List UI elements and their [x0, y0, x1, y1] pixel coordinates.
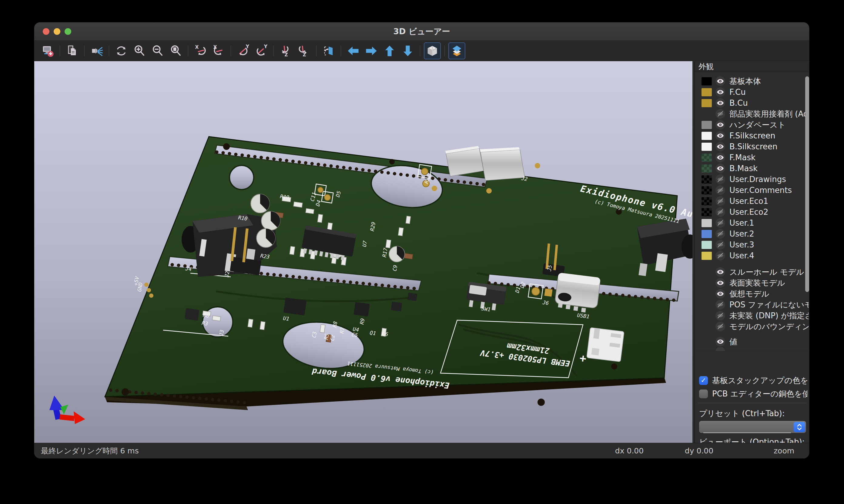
scrollbar-thumb[interactable]	[805, 76, 809, 292]
zoom-to-fit-button[interactable]	[167, 42, 184, 59]
visibility-eye-icon[interactable]	[716, 337, 725, 346]
layer-color-swatch[interactable]	[702, 175, 712, 183]
visibility-eye-icon[interactable]	[716, 218, 725, 228]
layer-color-swatch[interactable]	[702, 197, 712, 205]
layer-row[interactable]: POS ファイルにないモデ	[696, 299, 809, 310]
checkbox-row[interactable]: 基板スタックアップの色を使用	[699, 374, 807, 387]
visibility-eye-icon[interactable]	[716, 185, 725, 195]
appearance-manager-toggle[interactable]	[448, 42, 465, 59]
layer-row[interactable]: 基板本体	[696, 76, 809, 87]
layer-row[interactable]: B.Mask	[696, 163, 809, 174]
layer-color-swatch[interactable]	[702, 88, 712, 96]
visibility-eye-icon[interactable]	[716, 289, 725, 299]
layer-row[interactable]: ハンダペースト	[696, 119, 809, 130]
rotate-x-ccw-button[interactable]: X	[210, 42, 227, 59]
layer-row[interactable]: User.Comments	[696, 185, 809, 196]
layer-row[interactable]: 未実装 (DNP) が指定さ	[696, 310, 809, 321]
layer-label: POS ファイルにないモデ	[729, 300, 809, 310]
layer-row[interactable]: User.Eco1	[696, 196, 809, 206]
svg-text:J6: J6	[542, 299, 549, 306]
3d-viewport[interactable]: Exidiophone v6.0 Audio Board (c) Tomoya …	[34, 61, 692, 444]
layer-color-swatch[interactable]	[702, 241, 712, 249]
layer-color-swatch[interactable]	[702, 99, 712, 107]
visibility-eye-icon[interactable]	[716, 152, 725, 162]
zoom-in-button[interactable]	[131, 42, 148, 59]
layer-row[interactable]: User.2	[696, 228, 809, 239]
layer-row[interactable]: F.Cu	[696, 87, 809, 97]
layer-row[interactable]: スルーホール モデル	[696, 267, 809, 277]
checkbox-row[interactable]: PCB エディターの銅色を使用	[699, 387, 807, 400]
layer-color-swatch[interactable]	[702, 164, 712, 173]
layer-row[interactable]: User.4	[696, 250, 809, 261]
visibility-eye-icon[interactable]	[716, 76, 725, 86]
layer-color-swatch[interactable]	[702, 143, 712, 151]
rotate-x-cw-button[interactable]: X	[192, 42, 209, 59]
visibility-eye-icon[interactable]	[716, 196, 725, 206]
layer-list[interactable]: 基板本体 F.Cu B.Cu 部品実装用接着剤 (Adh ハンダペースト	[696, 73, 809, 352]
layer-color-swatch[interactable]	[702, 186, 712, 195]
title-bar[interactable]: 3D ビューアー	[34, 22, 809, 41]
visibility-eye-icon[interactable]	[716, 98, 725, 108]
export-image-button[interactable]	[39, 42, 56, 59]
flip-board-button[interactable]	[320, 42, 337, 59]
visibility-eye-icon[interactable]	[716, 142, 725, 151]
layer-row-partial[interactable]	[696, 347, 809, 352]
visibility-eye-icon[interactable]	[716, 300, 725, 309]
checkbox[interactable]	[699, 376, 708, 385]
move-up-button[interactable]	[381, 42, 398, 59]
layer-row[interactable]: B.Silkscreen	[696, 141, 809, 152]
visibility-eye-icon[interactable]	[716, 207, 725, 217]
rotate-y-cw-button[interactable]: Y	[235, 42, 252, 59]
visibility-eye-icon[interactable]	[716, 278, 725, 288]
preset-select[interactable]	[699, 421, 806, 433]
visibility-eye-icon[interactable]	[716, 240, 725, 250]
visibility-eye-icon[interactable]	[716, 229, 725, 239]
layer-row[interactable]: User.Eco2	[696, 206, 809, 217]
layer-row[interactable]: モデルのバウンディング	[696, 321, 809, 332]
redraw-button[interactable]	[113, 42, 130, 59]
layer-row[interactable]: User.1	[696, 217, 809, 228]
rotate-z-cw-button[interactable]: Z	[277, 42, 294, 59]
zoom-out-button[interactable]	[149, 42, 166, 59]
layer-color-swatch[interactable]	[702, 230, 712, 238]
raytracing-render-button[interactable]	[88, 42, 105, 59]
layer-row[interactable]: F.Mask	[696, 152, 809, 163]
copy-button[interactable]	[64, 42, 81, 59]
visibility-eye-icon[interactable]	[716, 251, 725, 260]
rotate-y-ccw-button[interactable]: Y	[253, 42, 270, 59]
layer-list-scrollbar[interactable]	[805, 76, 809, 342]
checkbox[interactable]	[699, 390, 708, 398]
visibility-eye-icon[interactable]	[716, 109, 725, 119]
layer-row[interactable]: 値	[696, 336, 809, 347]
visibility-eye-icon[interactable]	[716, 120, 725, 130]
visibility-eye-icon[interactable]	[716, 347, 725, 352]
move-left-button[interactable]	[345, 42, 362, 59]
visibility-eye-icon[interactable]	[716, 175, 725, 184]
layer-row[interactable]: User.Drawings	[696, 174, 809, 185]
visibility-eye-icon[interactable]	[716, 267, 725, 277]
layer-color-swatch[interactable]	[702, 121, 712, 129]
layer-row[interactable]: User.3	[696, 239, 809, 250]
visibility-eye-icon[interactable]	[716, 164, 725, 173]
rotate-z-ccw-button[interactable]: Z	[296, 42, 313, 59]
layer-row[interactable]: 表面実装モデル	[696, 277, 809, 288]
layer-color-swatch[interactable]	[702, 252, 712, 260]
layer-color-swatch[interactable]	[702, 154, 712, 162]
layer-color-swatch[interactable]	[702, 208, 712, 216]
layer-row[interactable]: F.Silkscreen	[696, 130, 809, 141]
visibility-eye-icon[interactable]	[716, 322, 725, 331]
visibility-eye-icon[interactable]	[716, 87, 725, 97]
visibility-eye-icon[interactable]	[716, 311, 725, 321]
orthographic-projection-toggle[interactable]	[424, 42, 441, 59]
layer-color-swatch[interactable]	[702, 219, 712, 227]
svg-text:R3: R3	[201, 320, 208, 327]
layer-row[interactable]: B.Cu	[696, 97, 809, 108]
stepper-icon[interactable]	[794, 422, 805, 432]
layer-row[interactable]: 部品実装用接着剤 (Adh	[696, 108, 809, 119]
visibility-eye-icon[interactable]	[716, 131, 725, 141]
move-down-button[interactable]	[399, 42, 416, 59]
layer-color-swatch[interactable]	[702, 77, 712, 85]
layer-row[interactable]: 仮想モデル	[696, 288, 809, 299]
layer-color-swatch[interactable]	[702, 132, 712, 140]
move-right-button[interactable]	[363, 42, 380, 59]
